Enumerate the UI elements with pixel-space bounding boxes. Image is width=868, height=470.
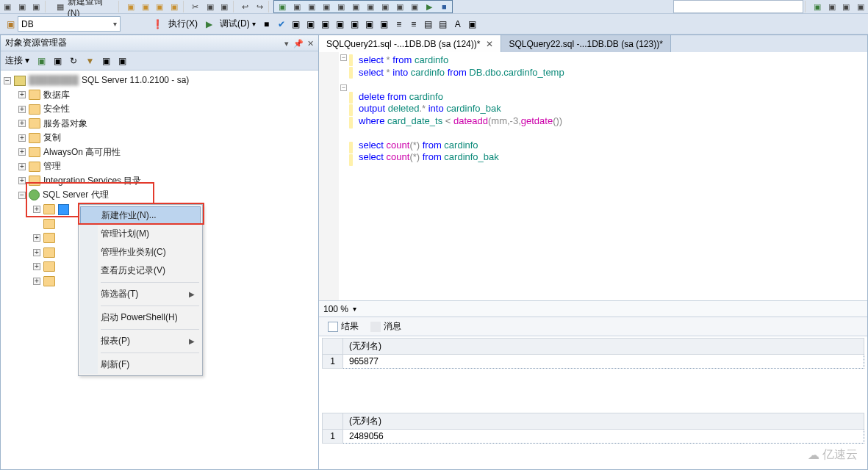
menu-refresh[interactable]: 刷新(F) <box>80 355 201 374</box>
tb2-icon-6[interactable]: ▣ <box>364 18 376 30</box>
parse-icon[interactable]: ✔ <box>276 18 287 30</box>
tb-icon-3[interactable]: ▣ <box>154 1 166 12</box>
object-explorer-tree[interactable]: − ████████ SQL Server 11.0.2100 - sa) +数… <box>1 70 318 469</box>
indent-icon[interactable]: ≡ <box>393 18 405 30</box>
tab-close-icon[interactable]: ✕ <box>486 39 493 49</box>
menu-new-job[interactable]: 新建作业(N)... <box>80 206 201 225</box>
expand-icon[interactable]: + <box>18 134 26 142</box>
filter-icon[interactable]: ▼ <box>84 55 96 67</box>
menu-manage-category[interactable]: 管理作业类别(C) <box>80 243 201 261</box>
tree-node-alwayson[interactable]: +AlwaysOn 高可用性 <box>1 145 318 160</box>
close-icon[interactable]: ✕ <box>307 39 314 48</box>
fold-icon[interactable]: − <box>340 54 347 61</box>
execute-button[interactable]: 执行(X) <box>165 18 201 30</box>
expand-icon[interactable]: + <box>18 106 26 113</box>
tb2-icon-7[interactable]: ▣ <box>379 18 390 30</box>
context-menu[interactable]: 新建作业(N)... 管理计划(M) 管理作业类别(C) 查看历史记录(V) 筛… <box>78 204 203 376</box>
menu-reports[interactable]: 报表(P)▶ <box>80 332 201 350</box>
find-combo[interactable] <box>673 0 803 13</box>
debug-icon[interactable]: ▶ <box>203 18 215 30</box>
panel-dropdown-icon[interactable]: ▾ <box>284 39 289 48</box>
tab-query-21[interactable]: SQLQuery21.sql -...1DB.DB (sa (124))*✕ <box>319 35 501 52</box>
tb-icon-6[interactable]: ▣ <box>291 1 303 12</box>
tb-icon-16[interactable]: ■ <box>438 1 450 12</box>
tb-icon-r3[interactable]: ▣ <box>841 1 853 12</box>
tb-icon-7[interactable]: ▣ <box>306 1 318 12</box>
tb2-icon-1[interactable]: ▣ <box>290 18 302 30</box>
result-grid-2[interactable]: (无列名) 12489056 <box>322 413 864 444</box>
tb-icon-r2[interactable]: ▣ <box>826 1 838 12</box>
tb-icon-12[interactable]: ▣ <box>379 1 391 12</box>
open-icon[interactable]: ▣ <box>1 1 13 12</box>
debug-button[interactable]: 调试(D) ▾ <box>216 18 259 30</box>
expand-icon[interactable]: + <box>33 249 40 256</box>
tab-results[interactable]: 结果 <box>322 320 365 333</box>
zoom-level[interactable]: 100 % <box>323 304 348 314</box>
col-header[interactable]: (无列名) <box>343 413 864 430</box>
tb-icon-15[interactable]: ▶ <box>423 1 435 12</box>
tb2-icon-5[interactable]: ▣ <box>349 18 361 30</box>
tree-node-security[interactable]: +安全性 <box>1 102 318 117</box>
connect-icon-2[interactable]: ▣ <box>51 55 63 67</box>
result-grid-1[interactable]: (无列名) 1965877 <box>322 338 864 369</box>
zoom-spinner-icon[interactable]: ▾ <box>353 305 356 313</box>
database-dropdown[interactable]: DB ▾ <box>18 16 121 32</box>
paste-icon[interactable]: ▣ <box>218 1 230 12</box>
undo-icon[interactable]: ↩ <box>240 1 251 12</box>
sql-editor[interactable]: − − select * from cardinfo select * into… <box>319 52 867 300</box>
menu-powershell[interactable]: 启动 PowerShell(H) <box>80 308 201 327</box>
tree-node-server-objects[interactable]: +服务器对象 <box>1 117 318 131</box>
row-number[interactable]: 1 <box>323 355 343 369</box>
tb2-icon-3[interactable]: ▣ <box>320 18 331 30</box>
save-icon[interactable]: ▣ <box>16 1 28 12</box>
execute-icon[interactable]: ❗ <box>151 18 163 30</box>
expand-icon[interactable]: + <box>33 278 40 285</box>
redo-icon[interactable]: ↪ <box>254 1 266 12</box>
pin-icon[interactable]: 📌 <box>293 39 304 48</box>
tb-icon-13[interactable]: ▣ <box>394 1 406 12</box>
refresh-icon[interactable]: ↻ <box>68 55 79 67</box>
code-area[interactable]: select * from cardinfo select * into car… <box>354 52 867 300</box>
expand-icon[interactable]: + <box>18 120 26 127</box>
tree-node-isc[interactable]: +Integration Services 目录 <box>1 174 318 189</box>
menu-manage-plan[interactable]: 管理计划(M) <box>80 225 201 243</box>
tb-icon-8[interactable]: ▣ <box>320 1 332 12</box>
tree-node-databases[interactable]: +数据库 <box>1 88 318 103</box>
cell-value[interactable]: 2489056 <box>343 430 864 444</box>
connect-dropdown[interactable]: 连接 ▾ <box>5 54 29 67</box>
row-number[interactable]: 1 <box>323 430 343 444</box>
tree-server-root[interactable]: − ████████ SQL Server 11.0.2100 - sa) <box>1 73 318 88</box>
copy-icon[interactable]: ▣ <box>204 1 216 12</box>
expand-icon[interactable]: + <box>18 163 26 170</box>
tb-icon-2[interactable]: ▣ <box>140 1 151 12</box>
cell-value[interactable]: 965877 <box>343 355 864 369</box>
expand-icon[interactable]: + <box>18 148 26 156</box>
connect-icon-1[interactable]: ▣ <box>35 55 47 67</box>
tb2-icon-9[interactable]: ▣ <box>467 18 478 30</box>
tree-node-sql-agent[interactable]: −SQL Server 代理 <box>1 188 318 203</box>
fold-icon[interactable]: − <box>340 84 347 91</box>
expand-icon[interactable]: − <box>4 77 11 84</box>
tb-icon-10[interactable]: ▣ <box>350 1 362 12</box>
stop-icon[interactable]: ■ <box>261 18 273 30</box>
connect-icon-4[interactable]: ▣ <box>116 55 128 67</box>
expand-icon[interactable]: + <box>33 263 40 270</box>
expand-icon[interactable]: + <box>33 234 40 242</box>
expand-icon[interactable]: + <box>18 177 26 184</box>
uncomment-icon[interactable]: ▤ <box>437 18 449 30</box>
tb2-icon-8[interactable]: A <box>452 18 464 30</box>
expand-icon[interactable]: − <box>18 192 26 199</box>
connect-icon-3[interactable]: ▣ <box>100 55 112 67</box>
expand-icon[interactable]: + <box>33 206 40 213</box>
tb-icon-9[interactable]: ▣ <box>335 1 347 12</box>
comment-icon[interactable]: ▤ <box>423 18 434 30</box>
results-area[interactable]: (无列名) 1965877 (无列名) 12489056 <box>319 336 867 469</box>
cut-icon[interactable]: ✂ <box>190 1 201 12</box>
tree-node-replication[interactable]: +复制 <box>1 131 318 145</box>
tree-node-management[interactable]: +管理 <box>1 159 318 174</box>
new-query-button[interactable]: ▦ 新建查询(N) <box>50 0 117 18</box>
col-header[interactable]: (无列名) <box>343 339 864 355</box>
menu-history[interactable]: 查看历史记录(V) <box>80 261 201 280</box>
tb2-icon-2[interactable]: ▣ <box>305 18 317 30</box>
tb-icon-1[interactable]: ▣ <box>125 1 137 12</box>
